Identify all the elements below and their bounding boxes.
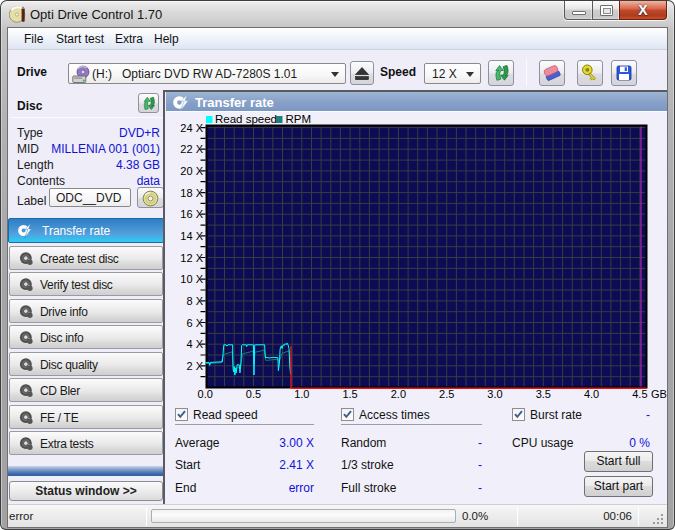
svg-text:Read speed: Read speed (215, 113, 277, 125)
svg-text:3.0: 3.0 (487, 388, 502, 400)
svg-text:22 X: 22 X (180, 143, 203, 155)
svg-text:16 X: 16 X (180, 208, 203, 220)
svg-text:GB: GB (651, 388, 667, 400)
svg-text:8 X: 8 X (186, 295, 203, 307)
svg-text:3.5: 3.5 (536, 388, 551, 400)
svg-text:2.0: 2.0 (391, 388, 406, 400)
svg-text:2 X: 2 X (186, 360, 203, 372)
svg-text:1.5: 1.5 (342, 388, 357, 400)
svg-text:6 X: 6 X (186, 317, 203, 329)
svg-text:20 X: 20 X (180, 165, 203, 177)
svg-text:4.0: 4.0 (584, 388, 599, 400)
svg-text:18 X: 18 X (180, 187, 203, 199)
svg-text:4 X: 4 X (186, 338, 203, 350)
svg-text:24 X: 24 X (180, 122, 203, 134)
svg-text:12 X: 12 X (180, 252, 203, 264)
svg-text:0.0: 0.0 (198, 388, 213, 400)
svg-text:1.0: 1.0 (294, 388, 309, 400)
svg-text:2.5: 2.5 (439, 388, 454, 400)
svg-text:14 X: 14 X (180, 230, 203, 242)
svg-text:10 X: 10 X (180, 273, 203, 285)
svg-text:RPM: RPM (286, 113, 312, 125)
svg-text:4.5: 4.5 (632, 388, 647, 400)
svg-text:0.5: 0.5 (246, 388, 261, 400)
